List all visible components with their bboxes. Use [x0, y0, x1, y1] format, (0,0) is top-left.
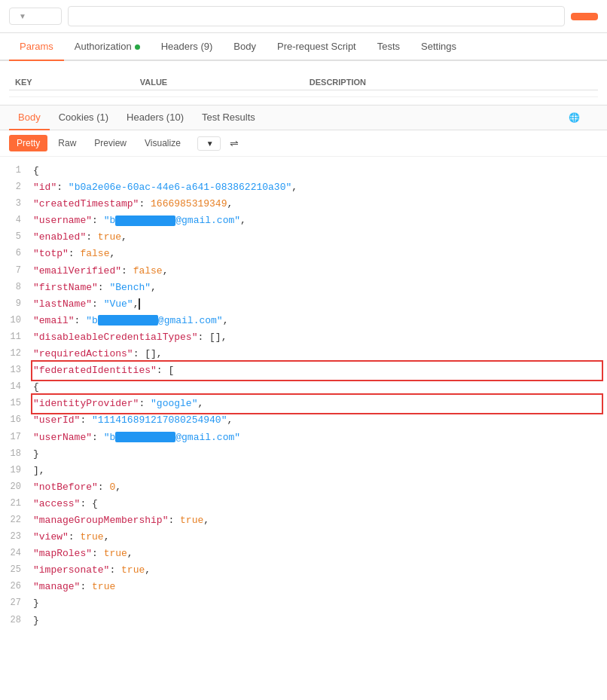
- line-content: }: [33, 613, 601, 629]
- json-line: 19 ],: [0, 463, 607, 479]
- tab-headers[interactable]: Headers (9): [151, 33, 224, 61]
- json-value: true: [104, 548, 127, 559]
- send-button[interactable]: [571, 13, 598, 20]
- redacted-value: [98, 315, 158, 326]
- json-value: false: [80, 248, 109, 259]
- line-number: 4: [6, 212, 33, 228]
- tab-body[interactable]: Body: [223, 33, 267, 61]
- line-number: 20: [6, 479, 33, 494]
- line-content: "lastName": "Vue",: [33, 296, 601, 313]
- json-line: 28}: [0, 613, 607, 629]
- line-number: 25: [6, 562, 33, 577]
- tab-authorization[interactable]: Authorization: [64, 33, 151, 61]
- json-key: "emailVerified": [33, 265, 121, 277]
- json-format-selector[interactable]: ▼: [197, 136, 221, 151]
- json-value: "Bench": [109, 282, 151, 293]
- line-content: "manage": true: [33, 579, 601, 595]
- method-select[interactable]: ▼: [9, 8, 62, 25]
- view-tab-pretty[interactable]: Pretty: [9, 135, 47, 151]
- line-number: 18: [6, 446, 33, 461]
- json-value: true: [98, 231, 121, 243]
- view-tab-visualize[interactable]: Visualize: [137, 135, 188, 151]
- json-line: 13 "federatedIdentities": [: [0, 362, 607, 379]
- json-key: "email": [33, 315, 75, 326]
- json-value: true: [180, 515, 203, 526]
- response-tabs: Body Cookies (1) Headers (10) Test Resul…: [0, 105, 607, 130]
- json-key: "disableableCredentialTypes": [33, 332, 197, 343]
- json-key: "userId": [33, 414, 80, 426]
- line-number: 11: [6, 329, 33, 344]
- json-value: []: [145, 348, 157, 359]
- line-content: "access": {: [33, 496, 601, 512]
- resp-tab-body[interactable]: Body: [9, 105, 50, 130]
- line-content: "impersonate": true,: [33, 562, 601, 579]
- json-value: false: [133, 265, 163, 277]
- json-line: 24 "mapRoles": true,: [0, 546, 607, 562]
- line-content: "enabled": true,: [33, 229, 601, 246]
- json-key: "view": [33, 531, 69, 543]
- line-number: 14: [6, 379, 33, 394]
- json-line: 15 "identityProvider": "google",: [0, 396, 607, 412]
- json-line: 9 "lastName": "Vue",: [0, 296, 607, 313]
- json-content: 1{2 "id": "b0a2e06e-60ac-44e6-a641-08386…: [0, 157, 607, 635]
- line-number: 3: [6, 196, 33, 211]
- line-number: 10: [6, 313, 33, 328]
- tab-settings[interactable]: Settings: [410, 33, 467, 61]
- filter-icon[interactable]: ⇌: [230, 137, 239, 149]
- line-content: "requiredActions": [],: [33, 346, 601, 362]
- line-content: "identityProvider": "google",: [33, 396, 601, 412]
- line-content: }: [33, 446, 601, 463]
- json-line: 5 "enabled": true,: [0, 229, 607, 246]
- line-content: "view": true,: [33, 529, 601, 546]
- line-content: "manageGroupMembership": true,: [33, 512, 601, 529]
- line-content: "emailVerified": false,: [33, 263, 601, 280]
- tab-pre-request[interactable]: Pre-request Script: [267, 33, 367, 61]
- json-key: "access": [33, 498, 80, 509]
- json-line: 16 "userId": "111416891217080254940",: [0, 412, 607, 429]
- view-tab-raw[interactable]: Raw: [50, 135, 84, 151]
- json-line: 17 "userName": "b @gmail.com": [0, 429, 607, 446]
- json-value: true: [92, 581, 115, 592]
- status-area: 🌐: [569, 112, 598, 123]
- line-content: "userName": "b @gmail.com": [33, 429, 601, 446]
- json-key: "id": [33, 182, 56, 193]
- json-key: "requiredActions": [33, 348, 133, 359]
- json-key: "lastName": [33, 298, 92, 310]
- line-number: 27: [6, 595, 33, 610]
- json-value: 1666985319349: [151, 198, 227, 209]
- line-content: "createdTimestamp": 1666985319349,: [33, 196, 601, 212]
- col-description: DESCRIPTION: [304, 75, 598, 90]
- view-tab-preview[interactable]: Preview: [87, 135, 134, 151]
- json-key: "federatedIdentities": [33, 365, 157, 376]
- resp-tab-headers[interactable]: Headers (10): [117, 105, 193, 130]
- resp-tab-test-results[interactable]: Test Results: [193, 105, 264, 130]
- line-number: 12: [6, 346, 33, 361]
- line-number: 2: [6, 179, 33, 194]
- json-key: "impersonate": [33, 564, 109, 576]
- json-line: 2 "id": "b0a2e06e-60ac-44e6-a641-0838622…: [0, 179, 607, 196]
- json-value: true: [80, 531, 103, 543]
- json-key: "manageGroupMembership": [33, 515, 168, 526]
- table-row: [9, 90, 598, 97]
- line-number: 7: [6, 263, 33, 278]
- line-content: "mapRoles": true,: [33, 546, 601, 562]
- json-key: "userName": [33, 432, 92, 443]
- tab-tests[interactable]: Tests: [367, 33, 410, 61]
- url-input[interactable]: [68, 6, 565, 26]
- line-number: 6: [6, 246, 33, 261]
- json-key: "totp": [33, 248, 69, 259]
- json-line: 12 "requiredActions": [],: [0, 346, 607, 362]
- params-table: KEY VALUE DESCRIPTION: [9, 75, 598, 97]
- line-content: ],: [33, 463, 601, 479]
- json-key: "enabled": [33, 231, 86, 243]
- line-number: 8: [6, 280, 33, 295]
- query-params-section: KEY VALUE DESCRIPTION: [0, 61, 607, 105]
- line-number: 21: [6, 496, 33, 511]
- json-line: 21 "access": {: [0, 496, 607, 512]
- line-content: "notBefore": 0,: [33, 479, 601, 496]
- json-key: "notBefore": [33, 481, 98, 493]
- json-key: "manage": [33, 581, 80, 592]
- tab-params[interactable]: Params: [9, 33, 64, 61]
- line-number: 26: [6, 579, 33, 594]
- resp-tab-cookies[interactable]: Cookies (1): [50, 105, 117, 130]
